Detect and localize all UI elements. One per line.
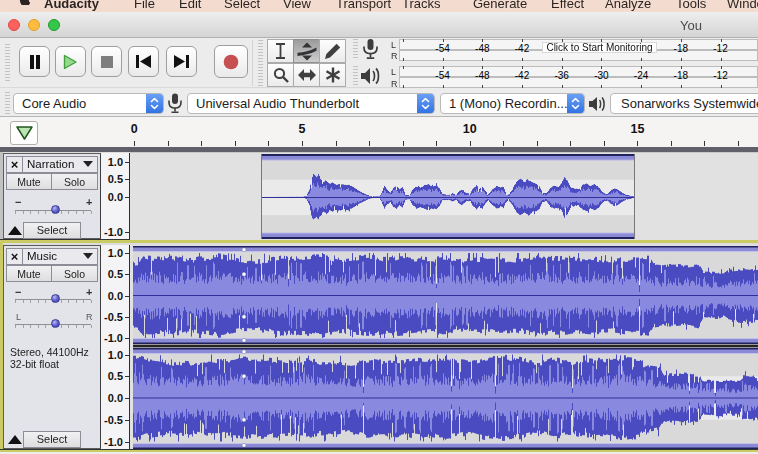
- music-waveform[interactable]: [130, 245, 758, 449]
- multi-tool-button[interactable]: [319, 63, 346, 87]
- microphone-icon: [167, 93, 183, 114]
- menu-edit[interactable]: Edit: [179, 0, 201, 12]
- playback-meter-left-bar[interactable]: [399, 66, 758, 77]
- stop-button[interactable]: [91, 46, 122, 77]
- narration-track-name[interactable]: Narration: [23, 158, 83, 170]
- menu-tools[interactable]: Tools: [676, 0, 706, 12]
- menu-analyze[interactable]: Analyze: [605, 0, 651, 12]
- timeline-number: 15: [630, 122, 644, 136]
- envelope-tool-button[interactable]: [293, 39, 320, 63]
- zoom-window-button[interactable]: [48, 19, 60, 31]
- meter-tick: [601, 58, 602, 61]
- music-track-menu-caret-icon[interactable]: [83, 253, 93, 259]
- tools-toolbar-grip-top[interactable]: [258, 40, 263, 62]
- playback-device-value: Sonarworks Systemwide: [621, 96, 758, 111]
- meter-scale-number: -42: [515, 71, 529, 81]
- playback-device-select[interactable]: Sonarworks Systemwide: [610, 93, 758, 114]
- skip-to-start-icon: [136, 55, 151, 68]
- music-solo-button[interactable]: Solo: [52, 265, 98, 282]
- close-window-button[interactable]: [8, 19, 20, 31]
- music-collapse-button[interactable]: [8, 435, 22, 444]
- playback-meter-grip[interactable]: [353, 66, 358, 86]
- music-mute-button[interactable]: Mute: [6, 265, 52, 282]
- narration-collapse-button[interactable]: [8, 226, 22, 235]
- menu-transport[interactable]: Transport: [336, 0, 391, 12]
- music-pan-left-label: L: [16, 312, 21, 322]
- meter-tick: [443, 58, 444, 61]
- menu-effect[interactable]: Effect: [551, 0, 584, 12]
- meter-tick: [562, 66, 563, 69]
- tools-toolbar-grip-bottom[interactable]: [258, 64, 263, 86]
- meter-tick: [403, 39, 404, 42]
- narration-waveform[interactable]: [130, 152, 758, 240]
- music-track-name[interactable]: Music: [23, 250, 83, 262]
- apple-menu-icon[interactable]: [18, 0, 30, 9]
- playback-meter-right-bar[interactable]: [399, 77, 758, 88]
- timeline-second-tick: [537, 141, 538, 146]
- transport-toolbar-grip[interactable]: [5, 44, 10, 82]
- device-toolbar-grip[interactable]: [5, 92, 10, 114]
- audio-host-select[interactable]: Core Audio: [13, 93, 164, 114]
- narration-solo-button[interactable]: Solo: [52, 173, 98, 190]
- music-gain-slider-thumb[interactable]: [51, 294, 60, 303]
- playback-meter-speaker-icon[interactable]: [359, 65, 383, 91]
- recording-device-select[interactable]: Universal Audio Thunderbolt: [187, 93, 435, 114]
- timeline-second-tick: [336, 141, 337, 146]
- time-shift-tool-button[interactable]: [293, 63, 320, 87]
- narration-close-button[interactable]: ×: [7, 157, 23, 172]
- menu-window[interactable]: Window: [727, 0, 758, 12]
- pause-button[interactable]: [19, 46, 50, 77]
- window-title: You: [680, 18, 702, 33]
- menu-view[interactable]: View: [283, 0, 311, 12]
- amplitude-tick: [125, 162, 129, 163]
- music-pan-slider-thumb[interactable]: [51, 319, 60, 328]
- music-pan-right-label: R: [86, 312, 93, 322]
- window-title-bar[interactable]: You: [0, 12, 758, 38]
- timeline-ruler[interactable]: 051015: [0, 117, 758, 147]
- music-close-button[interactable]: ×: [7, 249, 23, 264]
- play-head-triangle-icon: [16, 126, 33, 140]
- menu-app-name[interactable]: Audacity: [44, 0, 99, 12]
- draw-tool-button[interactable]: [319, 39, 346, 63]
- minimize-window-button[interactable]: [28, 19, 40, 31]
- amplitude-tick: [125, 355, 129, 356]
- timeline-second-tick: [369, 141, 370, 146]
- timeline-second-tick: [403, 141, 404, 146]
- narration-mute-button[interactable]: Mute: [6, 173, 52, 190]
- meter-tick: [403, 66, 404, 69]
- pinned-play-head-button[interactable]: [10, 121, 38, 145]
- zoom-tool-button[interactable]: [267, 63, 294, 87]
- timeline-second-tick: [268, 141, 269, 146]
- record-meter-mic-icon[interactable]: [361, 38, 380, 64]
- narration-track-menu-caret-icon[interactable]: [83, 161, 93, 167]
- music-track-name-label: Music: [27, 250, 57, 262]
- narration-track-name-label: Narration: [27, 158, 74, 170]
- amplitude-tick: [125, 376, 129, 377]
- monitoring-hint-label: Click to Start Monitoring: [546, 42, 652, 53]
- recording-channels-select[interactable]: 1 (Mono) Recordin...: [440, 93, 585, 114]
- narration-solo-label: Solo: [64, 176, 85, 188]
- amplitude-label: -1.0: [104, 436, 123, 448]
- meter-tick: [482, 58, 483, 61]
- timeline-second-tick: [470, 141, 471, 146]
- menu-file[interactable]: File: [134, 0, 155, 12]
- selection-tool-button[interactable]: [267, 39, 294, 63]
- narration-select-button[interactable]: Select: [23, 222, 81, 239]
- skip-to-start-button[interactable]: [128, 46, 159, 77]
- timeline-second-tick: [637, 141, 638, 146]
- menu-tracks[interactable]: Tracks: [402, 0, 441, 12]
- menu-select[interactable]: Select: [224, 0, 260, 12]
- play-button[interactable]: [55, 46, 86, 77]
- narration-gain-slider-thumb[interactable]: [51, 205, 60, 214]
- recording-meter-grip[interactable]: [353, 39, 358, 59]
- record-button[interactable]: [214, 45, 248, 78]
- skip-to-end-button[interactable]: [166, 46, 197, 77]
- menu-generate[interactable]: Generate: [473, 0, 527, 12]
- monitoring-hint[interactable]: Click to Start Monitoring: [542, 42, 657, 54]
- amplitude-tick: [125, 274, 129, 275]
- recording-device-value: Universal Audio Thunderbolt: [196, 96, 359, 111]
- multi-tool-icon: [325, 67, 341, 83]
- music-select-button[interactable]: Select: [23, 431, 81, 448]
- amplitude-label: -1.0: [104, 226, 123, 238]
- menu-row: Audacity File Edit Select View Transport…: [0, 0, 758, 12]
